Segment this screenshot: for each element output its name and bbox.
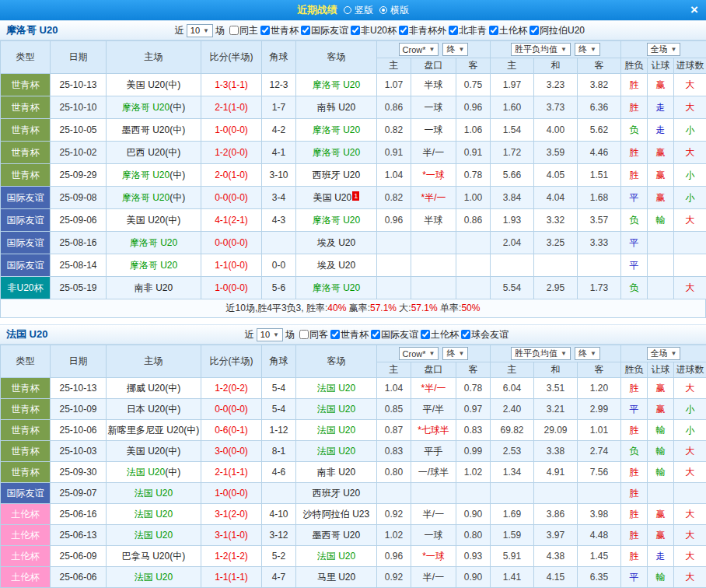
layout-vertical-option[interactable]: 竖版 [344,4,373,17]
result-handicap: 輸 [648,567,674,588]
close-icon[interactable]: × [690,2,698,19]
corner-count: 3-12 [262,525,296,546]
match-score: 1-1(0-0) [201,254,262,277]
away-odds [456,277,491,299]
competition-type: 世青杯 [1,378,51,399]
match-row: 国际友谊25-08-16摩洛哥 U200-0(0-0)埃及 U202.043.2… [1,232,706,254]
chevron-down-icon: ▼ [561,46,567,53]
checkbox-input[interactable] [330,330,340,339]
layout-horizontal-option[interactable]: 横版 [379,4,409,17]
checkbox-input[interactable] [299,330,309,339]
competition-type: 国际友谊 [1,209,51,232]
filter-checkbox[interactable]: 北非青 [449,24,487,37]
corner-count: 1-12 [262,420,296,441]
match-row: 世青杯25-10-05墨西哥 U20(中)1-0(0-0)4-2摩洛哥 U200… [1,119,706,142]
home-odds: 1.02 [377,525,411,546]
away-odds: 0.90 [456,504,491,525]
wdl-average-select[interactable]: 胜平负均值 ▼ [511,43,571,56]
handicap [411,277,456,299]
corner-count [262,483,296,504]
home-team-name: 挪威 U20 [127,383,165,394]
match-row: 土伦杯25-06-13法国 U203-1(1-0)3-12墨西哥 U201.02… [1,525,706,546]
fulltime-select[interactable]: 全场 ▼ [647,347,681,360]
home-team-cell: 摩洛哥 U20(中) [107,187,201,209]
filter-checkbox[interactable]: 世青杯 [330,328,369,341]
away-odds [456,483,491,504]
home-team-cell: 挪威 U20(中) [107,378,201,399]
home-team-name: 新喀里多尼亚 U20 [108,425,183,436]
away-team-name: 摩洛哥 U20 [313,79,360,90]
match-score: 3-0(0-0) [201,441,262,462]
neutral-mark: (中) [170,124,185,135]
match-row: 世青杯25-10-02巴西 U20(中)1-2(0-0)4-1摩洛哥 U200.… [1,142,706,164]
final-wdl-select[interactable]: 终 ▼ [575,347,600,360]
bookmaker-value: Crow* [403,349,426,359]
window-title: 近期战绩 [297,3,337,17]
match-score: 1-2(0-2) [201,378,262,399]
checkbox-input[interactable] [399,26,408,35]
match-count-select[interactable]: 10 ▼ [257,328,283,341]
filter-checkbox[interactable]: 非青杯外 [399,24,446,37]
filter-checkbox[interactable]: 土伦杯 [421,328,459,341]
col-avg-draw: 和 [534,58,578,74]
near-label: 近 [175,24,184,37]
checkbox-input[interactable] [301,26,310,35]
away-odds: 1.06 [456,119,491,142]
handicap: 一球 [411,96,456,119]
checkbox-input[interactable] [530,26,539,35]
home-odds: 0.83 [377,441,411,462]
checkbox-input[interactable] [449,26,458,35]
filter-checkbox[interactable]: 国际友谊 [371,328,418,341]
filter-checkbox[interactable]: 世青杯 [260,24,299,37]
away-team-name: 西班牙 U20 [313,488,360,499]
filter-checkbox[interactable]: 同主 [229,24,258,37]
handicap: 一球 [411,119,456,142]
col-result: 胜负 [621,362,648,378]
away-odds: 0.97 [456,399,491,420]
filter-label: 同主 [239,24,258,37]
home-odds [377,483,411,504]
checkbox-input[interactable] [260,26,270,35]
lose-avg-odds: 1.68 [578,187,621,209]
checkbox-input[interactable] [461,330,470,339]
filter-checkbox[interactable]: 球会友谊 [461,328,509,341]
filter-checkbox[interactable]: 阿拉伯U20 [530,24,585,37]
corner-count: 5-4 [262,399,296,420]
checkbox-input[interactable] [371,330,380,339]
lose-avg-odds: 4.48 [578,525,621,546]
match-row: 国际友谊25-09-08摩洛哥 U20(中)0-0(0-0)3-4美国 U201… [1,187,706,209]
filter-checkbox[interactable]: 同客 [299,328,328,341]
away-team-name: 南非 U20 [317,467,355,478]
wdl-average-select[interactable]: 胜平负均值 ▼ [511,347,571,360]
away-team-cell: 南非 U20 [296,462,377,483]
home-team-name: 摩洛哥 U20 [122,192,170,203]
away-team-name: 摩洛哥 U20 [313,282,360,293]
away-odds: 0.91 [456,142,491,164]
checkbox-input[interactable] [351,26,360,35]
bookmaker-select[interactable]: Crow* ▼ [399,347,439,360]
final-wdl-select[interactable]: 终 ▼ [575,43,600,56]
checkbox-input[interactable] [421,330,430,339]
filter-checkbox[interactable]: 国际友谊 [301,24,348,37]
final-odds-select[interactable]: 终 ▼ [442,43,468,56]
result-goals: 大 [674,142,706,164]
away-team-cell: 西班牙 U20 [296,483,377,504]
fulltime-select[interactable]: 全场 ▼ [647,43,681,56]
col-handicap: 盘口 [411,58,456,74]
final-odds-select[interactable]: 终 ▼ [442,347,468,360]
chevron-down-icon: ▼ [590,46,596,53]
bookmaker-select[interactable]: Crow* ▼ [399,43,439,56]
lose-avg-odds: 1.01 [578,420,621,441]
filter-checkbox[interactable]: 非U20杯 [351,24,397,37]
filter-checkbox[interactable]: 土伦杯 [489,24,527,37]
checkbox-input[interactable] [229,26,239,35]
away-team-name: 墨西哥 U20 [313,530,360,541]
match-count-select[interactable]: 10 ▼ [187,24,213,37]
match-date: 25-10-09 [51,399,107,420]
checkbox-input[interactable] [489,26,498,35]
match-date: 25-09-06 [51,209,107,232]
competition-type: 土伦杯 [1,567,51,588]
competition-type: 世青杯 [1,142,51,164]
match-date: 25-09-29 [51,164,107,187]
draw-avg-odds: 3.59 [534,142,578,164]
